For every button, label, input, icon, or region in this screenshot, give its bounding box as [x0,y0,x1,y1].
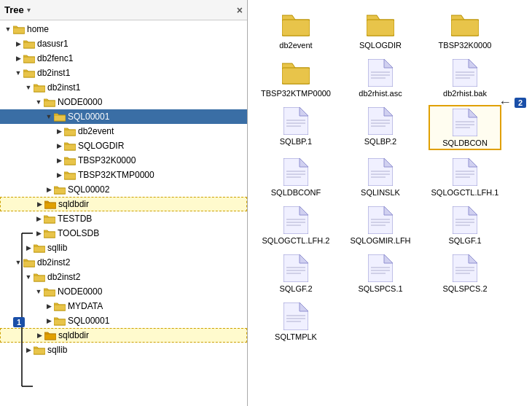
folder-icon [64,155,76,165]
svg-rect-53 [282,68,310,84]
tree-expander[interactable]: ▶ [54,126,64,136]
tree-expander[interactable]: ▶ [54,170,64,180]
tree-row[interactable]: ▶ sqllib [0,241,247,255]
tree-expander[interactable]: ▶ [34,214,44,224]
file-item[interactable]: SQLSPCS.1 [344,252,417,294]
svg-rect-1 [13,28,25,34]
tree-row[interactable]: ▼ NODE0000 [0,284,247,299]
file-icon [366,254,395,283]
folder-icon [13,24,25,34]
tree-row[interactable]: ▶ TBSP32K0000 [0,153,247,168]
tree-row[interactable]: ▶ db2event [0,124,247,138]
svg-marker-75 [469,109,477,117]
tree-expander[interactable]: ▼ [34,97,44,107]
tree-expander[interactable]: ▶ [34,330,44,340]
file-item[interactable]: db2rhist.asc [344,57,417,99]
svg-marker-69 [368,107,393,135]
tree-expander[interactable]: ▶ [13,39,23,49]
file-icon [366,58,395,87]
file-item[interactable]: SQLOGDIR [344,9,417,51]
tree-expander[interactable]: ▼ [23,272,34,282]
svg-rect-11 [44,101,55,106]
svg-marker-125 [300,302,308,311]
file-icon [366,10,395,39]
file-label: SQLBP.2 [364,137,396,146]
file-item[interactable]: SQLINSLK [344,156,417,198]
file-item[interactable]: SQLGF.2 [259,252,332,294]
svg-marker-99 [368,206,393,234]
tree-row[interactable]: ▶ SQLOGDIR [0,138,247,153]
tree-expander[interactable]: ▼ [3,24,13,34]
svg-marker-109 [283,254,308,282]
tree-dropdown-icon[interactable]: ▾ [27,6,31,14]
tree-expander[interactable]: ▶ [54,141,64,151]
tree-row[interactable]: ▶ sqldbdir [0,328,247,343]
tree-expander[interactable]: ▶ [34,228,44,238]
tree-expander[interactable]: ▶ [44,184,54,195]
svg-rect-43 [44,334,56,340]
tree-expander[interactable]: ▼ [13,68,23,78]
svg-marker-89 [453,158,477,186]
tree-expander[interactable]: ▼ [44,112,54,122]
tree-expander[interactable]: ▶ [44,301,54,311]
tree-row[interactable]: ▶ TESTDB [0,211,247,226]
tree-row[interactable]: ▼ db2inst1 [0,66,247,80]
file-item[interactable]: SQLOGCTL.LFH.2 [259,204,332,246]
tree-row[interactable]: ▶ sqllib [0,343,247,357]
file-item[interactable]: SQLBP.1 [259,105,332,150]
close-button[interactable]: × [237,5,243,15]
tree-expander[interactable]: ▶ [23,345,34,355]
tree-title-area: Tree ▾ [4,4,31,15]
tree-expander[interactable]: ▶ [13,53,23,63]
folder-icon [44,97,55,107]
tree-row[interactable]: ▼ db2inst2 [0,255,247,270]
file-item[interactable]: TBSP32KTMP0000 [259,57,332,99]
tree-row[interactable]: ▼ home [0,22,247,36]
file-item[interactable]: SQLSPCS.2 [429,252,501,294]
svg-marker-114 [368,254,393,282]
file-item[interactable]: TBSP32K0000 [429,9,501,51]
folder-icon [44,214,55,224]
tree-row[interactable]: ▶ SQL00002 [0,182,247,197]
tree-row[interactable]: ▶ db2fenc1 [0,51,247,66]
file-item[interactable]: SQLOGCTL.LFH.1 [429,156,501,198]
file-item[interactable]: SQLTMPLK [259,300,332,343]
file-item[interactable]: SQLDBCONF [259,156,332,198]
tree-row[interactable]: ▶ TBSP32KTMP0000 [0,168,247,182]
svg-rect-17 [64,144,76,150]
tree-row[interactable]: ▼ db2inst2 [0,270,247,284]
tree-row[interactable]: ▶ SQL00001 [0,313,247,328]
file-item[interactable]: SQLOGMIR.LFH [344,204,417,246]
tree-row[interactable]: ▶ TOOLSDB [0,226,247,241]
file-icon [450,10,480,39]
tree-expander[interactable]: ▶ [34,199,44,209]
tree-expander[interactable]: ▶ [44,316,54,326]
file-item[interactable]: db2event [259,9,332,51]
file-icon [281,206,310,235]
tree-row[interactable]: ▼ NODE0000 [0,95,247,109]
tree-expander[interactable]: ▼ [34,286,44,297]
tree-row[interactable]: ▼ SQL00001 [0,109,247,124]
tree-row[interactable]: ▶ dasusr1 [0,36,247,51]
tree-row[interactable]: ▶ sqldbdir [0,197,247,211]
tree-expander[interactable]: ▼ [23,82,34,93]
tree-row[interactable]: ▶ MYDATA [0,299,247,313]
tree-node-label: db2inst1 [37,68,70,78]
tree-expander[interactable]: ▶ [54,155,64,165]
tree-expander[interactable]: ▼ [13,257,23,268]
tree-expander[interactable]: ▶ [23,243,34,253]
svg-marker-115 [384,254,393,263]
tree-node-label: SQL00001 [68,316,109,326]
file-item[interactable]: db2rhist.bak [429,57,501,99]
tree-node-label: sqllib [47,345,67,355]
tree-row[interactable]: ▼ db2inst1 [0,80,247,95]
file-item[interactable]: SQLGF.1 [429,204,501,246]
tree-node-label: sqldbdir [58,330,89,340]
folder-icon [34,82,45,93]
file-item[interactable]: SQLDBCON [429,105,501,150]
folder-icon [23,53,35,63]
file-item[interactable]: SQLBP.2 [344,105,417,150]
svg-marker-94 [283,206,308,234]
tree-node-label: NODE0000 [58,286,102,297]
tree-node-label: SQL00001 [68,112,109,122]
